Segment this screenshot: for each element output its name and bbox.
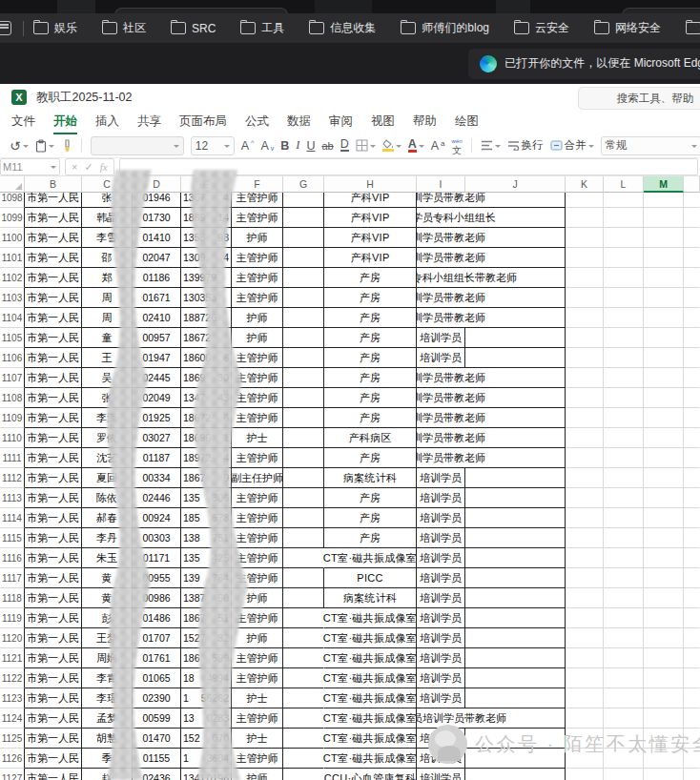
cell-role[interactable]: 培训学员	[417, 628, 465, 648]
cell-hospital[interactable]: 市第一人民	[25, 328, 82, 348]
cell-department[interactable]: CCU·心血管康复科	[324, 769, 417, 780]
cell-name[interactable]: 朱玉	[82, 548, 133, 568]
cell-g-empty[interactable]	[283, 248, 324, 268]
cell-phone[interactable]: 139979	[181, 268, 232, 288]
cell-name[interactable]: 邵	[82, 248, 133, 268]
cell-role[interactable]: 培训学员	[417, 488, 465, 508]
cell-l-empty[interactable]	[604, 248, 644, 268]
cell-g-empty[interactable]	[283, 208, 324, 228]
cell-employee-id[interactable]: 01925	[133, 408, 181, 428]
cell-l-empty[interactable]	[604, 749, 644, 769]
cell-hospital[interactable]: 市第一人民	[25, 488, 82, 508]
cell-j-empty[interactable]	[465, 568, 566, 588]
cell-n-partial[interactable]	[684, 408, 700, 428]
cell-hospital[interactable]: 市第一人民	[25, 288, 82, 308]
menu-tab-共享[interactable]: 共享	[137, 111, 161, 130]
cell-g-empty[interactable]	[283, 568, 324, 588]
cell-phone[interactable]: 134743	[181, 388, 232, 408]
cell-j-empty[interactable]	[465, 769, 566, 780]
cell-employee-id[interactable]: 00955	[133, 568, 181, 588]
wrap-text-button[interactable]: 换行	[507, 138, 544, 153]
cell-hospital[interactable]: 市第一人民	[25, 448, 82, 468]
cell-k-empty[interactable]	[566, 528, 604, 548]
cell-department[interactable]: 产房	[324, 368, 417, 388]
cell-l-empty[interactable]	[604, 468, 644, 488]
row-number[interactable]: 1102	[0, 268, 25, 288]
menu-tab-帮助[interactable]: 帮助	[413, 111, 437, 130]
cell-g-empty[interactable]	[283, 193, 324, 208]
cell-department[interactable]: 产科VIP	[324, 208, 417, 228]
cell-name[interactable]: 郝春	[82, 508, 133, 528]
cell-n-partial[interactable]	[684, 769, 700, 780]
row-number[interactable]: 1123	[0, 688, 25, 708]
cell-employee-id[interactable]: 01187	[133, 448, 181, 468]
cell-name[interactable]: 李丹	[82, 528, 133, 548]
cell-job-title[interactable]: 副主任护师	[232, 468, 283, 488]
cell-job-title[interactable]: 主管护师	[232, 608, 283, 628]
cell-m-empty[interactable]	[644, 288, 684, 308]
cell-role[interactable]: 培训学员	[417, 588, 465, 608]
cell-department[interactable]: CT室·磁共振成像室	[324, 688, 417, 708]
cell-n-partial[interactable]	[684, 208, 700, 228]
cell-g-empty[interactable]	[283, 308, 324, 328]
cell-job-title[interactable]: 主管护师	[232, 388, 283, 408]
cell-hospital[interactable]: 市第一人民	[25, 668, 82, 688]
cell-l-empty[interactable]	[604, 608, 644, 628]
cell-employee-id[interactable]: 01470	[133, 729, 181, 749]
cell-g-empty[interactable]	[283, 468, 324, 488]
cell-hospital[interactable]: 市第一人民	[25, 588, 82, 608]
cell-phone[interactable]: 135898	[181, 228, 232, 248]
row-number[interactable]: 1118	[0, 588, 25, 608]
cell-phone[interactable]: 186914	[181, 208, 232, 228]
cell-n-partial[interactable]	[684, 368, 700, 388]
column-header-partial[interactable]	[684, 176, 700, 193]
cell-g-empty[interactable]	[283, 488, 324, 508]
number-format-combo[interactable]: 常规	[601, 136, 700, 155]
cell-l-empty[interactable]	[604, 308, 644, 328]
cell-n-partial[interactable]	[684, 268, 700, 288]
cell-name[interactable]: 张	[82, 193, 133, 208]
cell-role[interactable]: 训学员带教老师	[417, 308, 566, 328]
cell-employee-id[interactable]: 00303	[133, 528, 181, 548]
cell-hospital[interactable]: 市第一人民	[25, 248, 82, 268]
bold-button[interactable]: B	[280, 139, 289, 153]
cell-hospital[interactable]: 市第一人民	[25, 428, 82, 448]
cell-g-empty[interactable]	[283, 448, 324, 468]
cell-role[interactable]: 培训学员	[417, 749, 465, 769]
cell-employee-id[interactable]: 02049	[133, 388, 181, 408]
cell-employee-id[interactable]: 00334	[133, 468, 181, 488]
cell-name[interactable]: 周	[82, 288, 133, 308]
cell-g-empty[interactable]	[283, 328, 324, 348]
cell-name[interactable]: 沈艺	[82, 448, 133, 468]
row-number[interactable]: 1106	[0, 348, 25, 368]
cell-m-empty[interactable]	[644, 328, 684, 348]
cell-m-empty[interactable]	[644, 388, 684, 408]
cell-role[interactable]: 培训学员	[417, 668, 465, 688]
cell-name[interactable]: 王	[82, 348, 133, 368]
cell-k-empty[interactable]	[566, 648, 604, 668]
cell-m-empty[interactable]	[644, 468, 684, 488]
cell-employee-id[interactable]: 00599	[133, 708, 181, 729]
strikethrough-button[interactable]: ab	[321, 140, 333, 152]
cell-m-empty[interactable]	[644, 368, 684, 388]
cell-m-empty[interactable]	[644, 488, 684, 508]
cell-department[interactable]: 产房	[324, 448, 417, 468]
cell-phone[interactable]: 186599	[181, 648, 232, 668]
cell-phone[interactable]: 184994	[181, 668, 232, 688]
cell-phone[interactable]: 18672	[181, 328, 232, 348]
cell-role[interactable]: 培训学员	[417, 348, 465, 368]
edge-notification[interactable]: 已打开你的文件，以便在 Microsoft Edg	[468, 49, 700, 79]
cell-hospital[interactable]: 市第一人民	[25, 648, 82, 668]
cell-k-empty[interactable]	[566, 548, 604, 568]
cell-phone[interactable]: 135425	[181, 548, 232, 568]
cell-n-partial[interactable]	[684, 749, 700, 769]
merge-cells-button[interactable]: 合并	[550, 138, 594, 153]
cell-k-empty[interactable]	[566, 428, 604, 448]
cell-employee-id[interactable]: 03027	[133, 428, 181, 448]
font-color-button[interactable]: A	[408, 139, 424, 153]
cell-n-partial[interactable]	[684, 328, 700, 348]
cell-n-partial[interactable]	[684, 193, 700, 208]
menu-tab-插入[interactable]: 插入	[95, 111, 119, 130]
cell-k-empty[interactable]	[566, 328, 604, 348]
italic-button[interactable]: I	[296, 138, 299, 153]
